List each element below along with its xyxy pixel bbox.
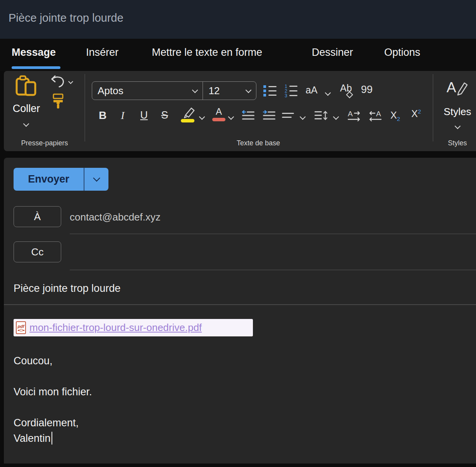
outdent-button[interactable] [241,110,256,121]
change-case-button[interactable]: aA [306,84,318,96]
superscript-button[interactable]: X2 [411,108,421,119]
text-group-label: Texte de base [220,139,297,147]
svg-text:A: A [348,110,353,118]
indent-button[interactable] [262,110,277,121]
indent-icon [262,110,276,121]
svg-text:A: A [447,79,456,95]
chevron-down-icon [300,114,306,120]
paste-button[interactable] [15,75,38,97]
highlight-button[interactable] [180,107,196,123]
chevron-down-icon [93,174,100,181]
styles-group-label: Styles [438,139,476,147]
to-button[interactable]: À [14,206,61,227]
svg-text:A: A [376,110,381,118]
chevron-down-icon [68,79,73,84]
paste-label[interactable]: Coller [7,103,46,115]
font-color-swatch [212,118,225,121]
align-dropdown-chevron[interactable] [301,114,305,121]
styles-dropdown-chevron[interactable] [455,123,460,130]
chevron-down-icon [455,123,461,129]
body-line: Coucou, [14,353,463,369]
ribbon: Coller Presse-papiers Aptos [4,71,476,151]
body-line [14,400,463,415]
outlook-compose-window: Pièce jointe trop lourde Message Insérer… [0,0,476,467]
body-line [14,369,463,384]
chevron-down-icon [192,87,198,93]
cc-recipients-field[interactable] [70,241,476,263]
font-size-select[interactable]: 12 [203,82,256,100]
chevron-down-icon [228,114,234,120]
undo-icon [50,75,66,89]
chevron-down-icon [199,114,205,120]
cc-button[interactable]: Cc [14,241,61,262]
chevron-down-icon [246,87,252,93]
clear-formatting-button[interactable]: Ab [340,83,356,100]
align-icon [282,111,295,121]
to-field-underline [70,234,476,234]
font-family-value: Aptos [98,85,124,97]
text-direction-rtl-button[interactable]: A [368,110,383,122]
styles-label[interactable]: Styles [438,106,476,118]
subscript-button[interactable]: X2 [390,110,400,122]
font-size-value: 12 [208,85,220,97]
italic-button[interactable]: I [121,109,124,122]
message-body-editor[interactable]: Coucou, Voici mon fichier. Cordialement,… [14,353,463,446]
body-line: Cordialement, [14,415,463,431]
rtl-icon: A [368,110,382,122]
line-spacing-button[interactable] [314,110,328,121]
compose-panel: Envoyer À contact@abcdef.xyz Cc Pièce jo… [4,158,476,464]
change-case-chevron[interactable] [326,90,330,97]
format-painter-icon [52,93,64,110]
bold-button[interactable]: B [99,109,107,122]
line-spacing-icon [314,110,328,121]
line-spacing-dropdown-chevron[interactable] [334,114,338,121]
pdf-file-icon: pdf [16,321,26,334]
chevron-down-icon [333,114,339,120]
format-painter-button[interactable] [52,93,64,110]
attachment-chip[interactable]: pdf mon-fichier-trop-lourd-sur-onedrive.… [14,319,253,336]
font-controls: Aptos 12 [92,81,256,100]
font-family-select[interactable]: Aptos [92,82,203,100]
body-divider [4,304,476,305]
highlighter-icon [180,107,196,123]
highlight-dropdown-chevron[interactable] [200,114,204,121]
send-split-button: Envoyer [14,168,108,191]
font-color-letter: A [212,107,226,117]
styles-button[interactable]: A [447,78,468,97]
quote-button[interactable]: 99 [361,84,373,96]
cc-field-underline [70,270,476,270]
numbered-list-button[interactable]: 1 2 3 [284,83,298,98]
font-color-button[interactable]: A [212,107,226,123]
undo-button[interactable] [50,75,66,89]
tab-inserer[interactable]: Insérer [86,47,119,59]
outdent-icon [241,110,255,121]
clipboard-group-label: Presse-papiers [4,139,85,147]
tab-format-text[interactable]: Mettre le texte en forme [152,47,262,59]
tab-dessiner[interactable]: Dessiner [312,47,353,59]
send-dropdown-button[interactable] [84,168,108,191]
bullet-list-button[interactable] [263,83,277,98]
tab-options[interactable]: Options [384,47,420,59]
attachment-link[interactable]: mon-fichier-trop-lourd-sur-onedrive.pdf [29,322,202,334]
ltr-icon: A [347,110,361,122]
underline-button[interactable]: U [140,109,148,121]
align-button[interactable] [281,111,295,121]
title-bar: Pièce jointe trop lourde [0,0,476,39]
styles-icon: A [447,78,468,97]
chevron-down-icon [325,90,331,96]
send-button[interactable]: Envoyer [14,168,84,191]
font-color-dropdown-chevron[interactable] [229,114,233,121]
subject-field[interactable]: Pièce jointe trop lourde [14,283,463,295]
text-cursor [52,432,52,445]
text-direction-ltr-button[interactable]: A [347,110,362,122]
to-recipients-field[interactable]: contact@abcdef.xyz [70,206,476,228]
paste-dropdown-chevron[interactable] [24,121,28,128]
tab-message[interactable]: Message [12,47,56,59]
clipboard-paste-icon [15,75,38,97]
undo-dropdown-chevron[interactable] [69,78,72,85]
group-divider [433,74,433,141]
chevron-down-icon [23,121,29,127]
bullet-list-icon [263,84,277,98]
body-line: Valentin [14,431,463,446]
strikethrough-button[interactable]: S [161,109,168,121]
